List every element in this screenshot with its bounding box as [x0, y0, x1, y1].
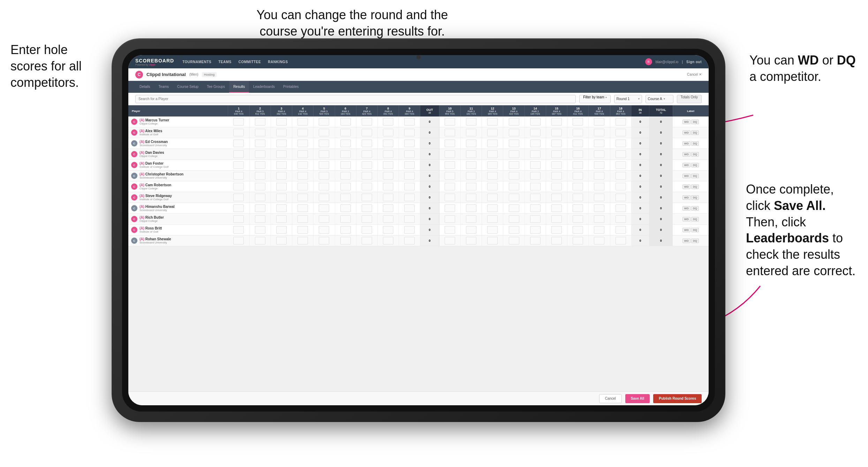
score-hole-17[interactable]	[589, 225, 610, 235]
score-input-h7[interactable]	[362, 129, 372, 136]
score-hole-3[interactable]	[271, 116, 292, 127]
score-hole-3[interactable]	[271, 138, 292, 149]
score-input-h4[interactable]	[297, 161, 308, 169]
score-input-h14[interactable]	[530, 140, 541, 147]
score-hole-2[interactable]	[249, 116, 271, 127]
score-hole-10[interactable]	[439, 203, 460, 214]
score-hole-11[interactable]	[461, 235, 482, 246]
score-hole-18[interactable]	[610, 225, 631, 235]
score-hole-9[interactable]	[399, 181, 420, 192]
score-hole-7[interactable]	[356, 127, 377, 138]
score-hole-14[interactable]	[524, 192, 546, 203]
score-input-h14[interactable]	[530, 183, 541, 190]
score-hole-10[interactable]	[439, 149, 460, 160]
score-hole-3[interactable]	[271, 214, 292, 225]
score-input-h5[interactable]	[319, 237, 329, 244]
score-hole-12[interactable]	[482, 127, 503, 138]
score-input-h7[interactable]	[362, 204, 372, 212]
score-hole-10[interactable]	[439, 160, 460, 171]
score-hole-1[interactable]	[228, 149, 249, 160]
wd-button[interactable]: WD	[682, 130, 690, 135]
score-hole-9[interactable]	[399, 149, 420, 160]
score-input-h15[interactable]	[551, 129, 562, 136]
score-hole-4[interactable]	[292, 160, 314, 171]
score-input-h6[interactable]	[340, 161, 351, 169]
score-input-h4[interactable]	[297, 129, 308, 136]
score-hole-15[interactable]	[546, 203, 567, 214]
score-input-h14[interactable]	[530, 194, 541, 201]
score-input-h7[interactable]	[362, 194, 372, 201]
score-input-h14[interactable]	[530, 129, 541, 136]
score-hole-1[interactable]	[228, 160, 249, 171]
score-input-h9[interactable]	[404, 150, 415, 158]
score-input-h15[interactable]	[551, 226, 562, 234]
score-hole-9[interactable]	[399, 192, 420, 203]
score-hole-6[interactable]	[335, 160, 356, 171]
score-hole-18[interactable]	[610, 127, 631, 138]
score-hole-1[interactable]	[228, 235, 249, 246]
score-hole-18[interactable]	[610, 138, 631, 149]
nav-rankings[interactable]: RANKINGS	[268, 60, 288, 64]
score-input-h9[interactable]	[404, 140, 415, 147]
score-hole-1[interactable]	[228, 181, 249, 192]
score-hole-14[interactable]	[524, 127, 546, 138]
score-hole-6[interactable]	[335, 203, 356, 214]
score-input-h13[interactable]	[509, 215, 519, 223]
score-hole-9[interactable]	[399, 225, 420, 235]
score-hole-17[interactable]	[589, 214, 610, 225]
score-hole-6[interactable]	[335, 214, 356, 225]
score-input-h14[interactable]	[530, 161, 541, 169]
score-hole-1[interactable]	[228, 127, 249, 138]
score-hole-7[interactable]	[356, 214, 377, 225]
score-hole-5[interactable]	[314, 149, 335, 160]
score-input-h13[interactable]	[509, 204, 519, 212]
score-input-h6[interactable]	[340, 237, 351, 244]
score-input-h2[interactable]	[255, 194, 265, 201]
score-hole-4[interactable]	[292, 138, 314, 149]
score-input-h12[interactable]	[487, 140, 498, 147]
dq-button[interactable]: DQ	[691, 217, 699, 221]
score-hole-16[interactable]	[567, 160, 589, 171]
score-input-h2[interactable]	[255, 161, 265, 169]
score-hole-4[interactable]	[292, 127, 314, 138]
dq-button[interactable]: DQ	[691, 130, 699, 135]
score-input-h6[interactable]	[340, 118, 351, 126]
search-input[interactable]	[135, 95, 576, 103]
score-input-h12[interactable]	[487, 150, 498, 158]
score-input-h1[interactable]	[233, 226, 244, 234]
wd-button[interactable]: WD	[682, 184, 690, 189]
score-input-h13[interactable]	[509, 129, 519, 136]
score-hole-11[interactable]	[461, 127, 482, 138]
totals-only-btn[interactable]: Totals Only	[677, 95, 702, 103]
score-input-h6[interactable]	[340, 215, 351, 223]
score-hole-1[interactable]	[228, 138, 249, 149]
score-hole-14[interactable]	[524, 138, 546, 149]
score-input-h12[interactable]	[487, 161, 498, 169]
score-input-h10[interactable]	[445, 140, 455, 147]
score-hole-2[interactable]	[249, 192, 271, 203]
score-input-h4[interactable]	[297, 237, 308, 244]
score-hole-2[interactable]	[249, 149, 271, 160]
score-hole-2[interactable]	[249, 181, 271, 192]
wd-button[interactable]: WD	[682, 217, 690, 221]
score-input-h3[interactable]	[276, 237, 287, 244]
score-input-h9[interactable]	[404, 226, 415, 234]
score-input-h5[interactable]	[319, 161, 329, 169]
score-input-h15[interactable]	[551, 215, 562, 223]
score-input-h15[interactable]	[551, 237, 562, 244]
score-input-h5[interactable]	[319, 118, 329, 126]
score-input-h13[interactable]	[509, 226, 519, 234]
nav-teams[interactable]: TEAMS	[218, 60, 232, 64]
score-hole-12[interactable]	[482, 235, 503, 246]
score-input-h7[interactable]	[362, 161, 372, 169]
score-input-h3[interactable]	[276, 140, 287, 147]
score-hole-9[interactable]	[399, 127, 420, 138]
score-input-h17[interactable]	[594, 204, 604, 212]
score-input-h3[interactable]	[276, 204, 287, 212]
score-input-h7[interactable]	[362, 215, 372, 223]
score-hole-13[interactable]	[503, 214, 524, 225]
score-hole-3[interactable]	[271, 171, 292, 181]
score-hole-9[interactable]	[399, 160, 420, 171]
score-hole-4[interactable]	[292, 192, 314, 203]
score-hole-8[interactable]	[377, 192, 399, 203]
